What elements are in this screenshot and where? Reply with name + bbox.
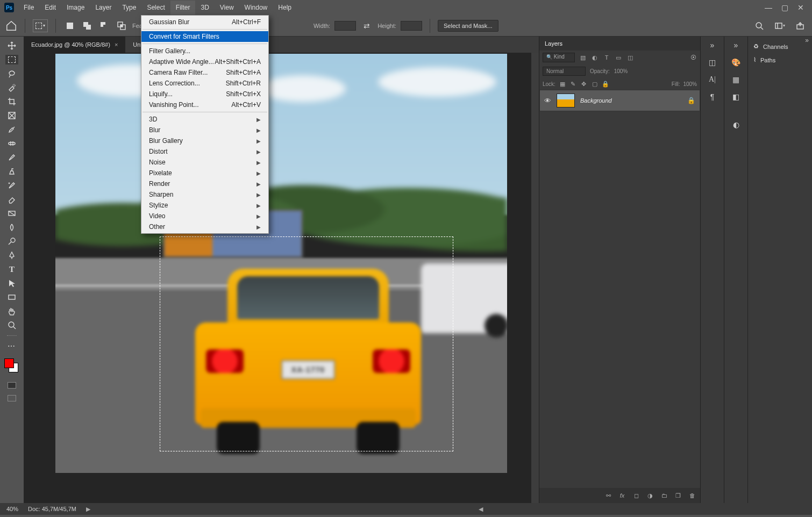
libraries-icon[interactable]: ◫ [707, 57, 718, 68]
lock-pixels-icon[interactable]: ✎ [569, 80, 577, 88]
layer-row-background[interactable]: 👁 Background 🔒 [539, 90, 700, 111]
document-tab[interactable]: Ecuador.jpg @ 40% (RGB/8#)× [24, 37, 125, 53]
gradient-tool[interactable] [5, 209, 18, 218]
menu-view[interactable]: View [215, 1, 239, 15]
maximize-button[interactable]: ▢ [781, 3, 788, 12]
brush-tool[interactable] [5, 153, 18, 162]
layer-mask-icon[interactable]: ◻ [632, 492, 640, 499]
layer-filter-kind[interactable]: 🔍 Kind [543, 53, 575, 62]
opacity-value[interactable]: 100% [614, 68, 628, 74]
menu-type[interactable]: Type [117, 1, 141, 15]
filter-menu-item[interactable]: Noise▶ [141, 157, 268, 168]
rail-collapse-icon[interactable]: » [707, 40, 718, 51]
selection-subtract-icon[interactable] [98, 21, 111, 31]
filter-adjust-icon[interactable]: ◐ [591, 54, 599, 61]
character-icon[interactable]: A| [707, 74, 718, 85]
healing-brush-tool[interactable] [5, 139, 18, 148]
tab-close-icon[interactable]: × [115, 41, 118, 48]
select-and-mask-button[interactable]: Select and Mask... [438, 20, 498, 32]
crop-tool[interactable] [5, 97, 18, 106]
lock-position-icon[interactable]: ✥ [580, 80, 588, 88]
menu-filter[interactable]: Filter [170, 1, 196, 15]
rail-collapse-icon-2[interactable]: » [731, 40, 742, 51]
swap-dimensions-icon[interactable]: ⇄ [360, 21, 373, 31]
filter-menu-item[interactable]: 3D▶ [141, 114, 268, 125]
color-swatches[interactable] [4, 358, 19, 374]
properties-panel-icon[interactable]: ◐ [731, 119, 742, 130]
filter-menu-item[interactable]: Filter Gallery... [141, 46, 268, 56]
workspace-icon[interactable]: ▾ [773, 21, 786, 31]
filter-menu-item[interactable]: Distort▶ [141, 146, 268, 157]
home-icon[interactable] [5, 20, 17, 32]
close-button[interactable]: ✕ [797, 3, 804, 12]
filter-menu-item[interactable]: Other▶ [141, 221, 268, 232]
filter-pixel-icon[interactable]: ▧ [579, 54, 587, 61]
menu-help[interactable]: Help [273, 1, 297, 15]
fill-value[interactable]: 100% [683, 81, 697, 87]
canvas-viewport[interactable]: XA-1770 [24, 53, 539, 503]
canvas[interactable]: XA-1770 [55, 54, 507, 473]
share-icon[interactable] [794, 21, 807, 31]
selection-add-icon[interactable] [81, 21, 94, 31]
filter-menu-item[interactable]: Vanishing Point...Alt+Ctrl+V [141, 99, 268, 110]
paragraph-icon[interactable]: ¶ [707, 91, 718, 102]
filter-menu-item[interactable]: Video▶ [141, 211, 268, 221]
clone-stamp-tool[interactable] [5, 167, 18, 176]
zoom-tool[interactable] [5, 320, 18, 330]
menu-edit[interactable]: Edit [39, 1, 61, 15]
foreground-color-swatch[interactable] [4, 358, 14, 368]
path-selection-tool[interactable] [5, 278, 18, 288]
search-icon[interactable] [753, 21, 766, 31]
quick-mask-toggle[interactable] [8, 382, 16, 389]
move-tool[interactable] [5, 41, 18, 51]
filter-toggle-icon[interactable]: ⦿ [689, 54, 697, 61]
filter-smart-icon[interactable]: ◫ [626, 54, 634, 61]
layer-name-label[interactable]: Background [580, 97, 682, 104]
quick-selection-tool[interactable] [5, 83, 18, 92]
new-layer-icon[interactable]: ❐ [674, 492, 682, 499]
lock-artboard-icon[interactable]: ▢ [591, 80, 599, 88]
blend-mode-select[interactable]: Normal [543, 67, 586, 76]
status-more-icon[interactable]: ▶ [86, 506, 90, 513]
filter-menu-item[interactable]: Camera Raw Filter...Shift+Ctrl+A [141, 67, 268, 78]
adjustments-panel-icon[interactable]: ◧ [731, 91, 742, 102]
filter-type-icon[interactable]: T [603, 54, 610, 61]
history-brush-tool[interactable] [5, 181, 18, 190]
pen-tool[interactable] [5, 250, 18, 260]
eyedropper-tool[interactable] [5, 125, 18, 134]
type-tool[interactable]: T [5, 264, 18, 274]
filter-menu-item[interactable]: Liquify...Shift+Ctrl+X [141, 89, 268, 99]
edit-toolbar-icon[interactable]: ⋯ [5, 341, 18, 351]
screen-mode-toggle[interactable] [8, 395, 16, 401]
layer-style-icon[interactable]: fx [618, 492, 626, 499]
lock-all-icon[interactable]: 🔒 [602, 80, 609, 88]
minimize-button[interactable]: — [765, 3, 772, 12]
channels-panel-button[interactable]: ♻Channels [748, 40, 812, 53]
filter-menu-item[interactable]: Gaussian BlurAlt+Ctrl+F [141, 17, 268, 27]
swatches-panel-icon[interactable]: ▦ [731, 74, 742, 85]
filter-menu-item[interactable]: Convert for Smart Filters [141, 31, 268, 42]
menu-window[interactable]: Window [239, 1, 273, 15]
layer-thumbnail[interactable] [557, 94, 575, 107]
filter-menu-item[interactable]: Sharpen▶ [141, 189, 268, 200]
zoom-level[interactable]: 40% [6, 506, 18, 512]
link-layers-icon[interactable]: ⚯ [604, 492, 612, 499]
filter-menu-item[interactable]: Blur Gallery▶ [141, 135, 268, 146]
dodge-tool[interactable] [5, 236, 18, 246]
doc-size[interactable]: Doc: 45,7M/45,7M [28, 506, 76, 512]
frame-tool[interactable] [5, 111, 18, 120]
filter-menu-item[interactable]: Adaptive Wide Angle...Alt+Shift+Ctrl+A [141, 56, 268, 67]
scroll-left-icon[interactable]: ◀ [479, 506, 483, 513]
selection-intersect-icon[interactable] [115, 21, 128, 31]
filter-shape-icon[interactable]: ▭ [615, 54, 622, 61]
color-panel-icon[interactable]: 🎨 [731, 57, 742, 68]
layers-panel-header[interactable]: Layers [539, 37, 700, 51]
selection-new-icon[interactable] [63, 21, 76, 31]
menu-3d[interactable]: 3D [195, 1, 214, 15]
rectangle-tool[interactable] [5, 292, 18, 302]
visibility-icon[interactable]: 👁 [544, 97, 551, 105]
menu-select[interactable]: Select [141, 1, 170, 15]
menu-layer[interactable]: Layer [90, 1, 117, 15]
filter-menu-item[interactable]: Render▶ [141, 178, 268, 189]
paths-panel-button[interactable]: ⌇Paths [748, 53, 812, 67]
